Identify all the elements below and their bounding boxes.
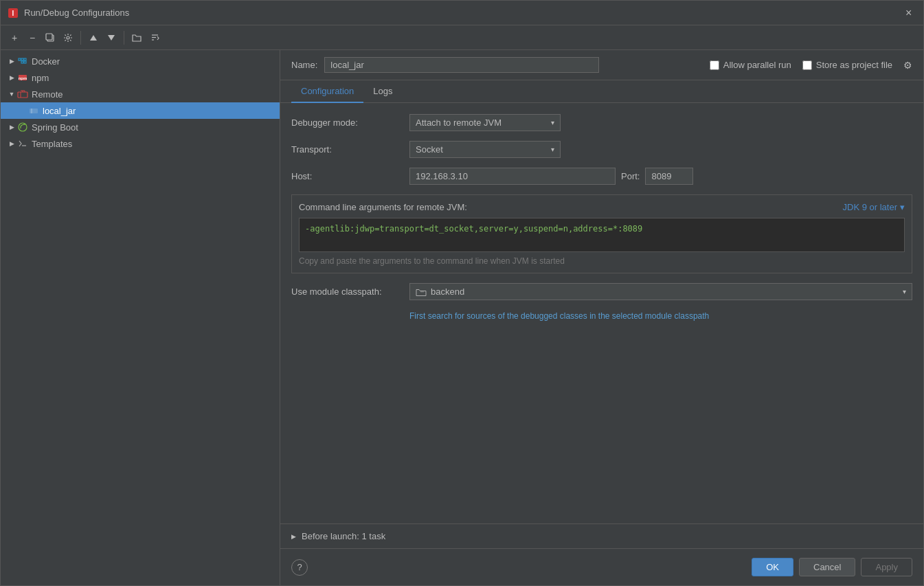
svg-rect-10 (21, 61, 23, 63)
module-value: backend (431, 286, 464, 297)
npm-arrow: ▶ (6, 72, 17, 83)
npm-icon: npm (17, 72, 28, 83)
transport-control: Socket ▾ (409, 141, 912, 158)
sidebar-item-npm[interactable]: ▶ npm npm (1, 69, 280, 86)
before-launch-section[interactable]: ▶ Before launch: 1 task (280, 523, 923, 548)
cmd-hint: Copy and paste the arguments to the comm… (299, 256, 905, 266)
module-hint: First search for sources of the debugged… (409, 310, 912, 322)
allow-parallel-label: Allow parallel run (723, 60, 791, 70)
dialog-title: Run/Debug Configurations (24, 8, 905, 18)
allow-parallel-group: Allow parallel run (710, 60, 791, 70)
tab-configuration[interactable]: Configuration (291, 80, 363, 103)
port-input[interactable] (645, 168, 693, 185)
store-settings-gear-icon[interactable]: ⚙ (903, 60, 912, 71)
module-classpath-row: Use module classpath: backend ▾ (291, 283, 912, 300)
remote-arrow: ▼ (6, 89, 17, 100)
sidebar: ▶ Docker ▶ n (1, 50, 280, 585)
jdk-link[interactable]: JDK 9 or later ▾ (843, 202, 905, 212)
sidebar-item-local-jar[interactable]: local_jar (1, 102, 280, 119)
toolbar-separator-2 (124, 31, 124, 45)
transport-value: Socket (416, 144, 443, 155)
add-button[interactable]: + (6, 30, 23, 46)
templates-label: Templates (32, 139, 72, 149)
move-up-button[interactable] (85, 30, 102, 46)
local-jar-icon (28, 105, 39, 116)
store-project-label: Store as project file (816, 60, 892, 70)
spring-boot-arrow: ▶ (6, 122, 17, 133)
spring-boot-label: Spring Boot (32, 122, 78, 133)
host-input[interactable] (409, 168, 616, 185)
debugger-mode-select[interactable]: Attach to remote JVM ▾ (409, 114, 561, 131)
store-project-group: Store as project file (802, 60, 892, 70)
allow-parallel-checkbox[interactable] (710, 60, 719, 70)
before-launch-label: Before launch: 1 task (302, 531, 385, 541)
close-button[interactable]: × (905, 8, 916, 19)
svg-rect-3 (46, 34, 52, 40)
spring-boot-icon (17, 122, 28, 133)
right-panel: Name: Allow parallel run Store as projec… (280, 50, 923, 585)
remote-label: Remote (32, 89, 63, 100)
module-classpath-select[interactable]: backend ▾ (409, 283, 912, 300)
folder-button[interactable] (128, 30, 145, 46)
bottom-bar: ? OK Cancel Apply (280, 548, 923, 585)
host-label: Host: (291, 171, 401, 181)
help-button[interactable]: ? (291, 559, 308, 576)
debugger-mode-arrow: ▾ (551, 119, 554, 126)
svg-rect-11 (24, 58, 26, 60)
sidebar-item-remote[interactable]: ▼ Remote (1, 86, 280, 102)
module-folder-icon (416, 287, 427, 297)
copy-button[interactable] (42, 30, 58, 46)
apply-button[interactable]: Apply (861, 558, 912, 576)
toolbar-separator-1 (80, 31, 81, 45)
tabs: Configuration Logs (280, 80, 923, 103)
ok-button[interactable]: OK (752, 558, 793, 576)
docker-icon (17, 56, 28, 67)
module-classpath-label: Use module classpath: (291, 286, 401, 297)
debugger-mode-value: Attach to remote JVM (416, 117, 502, 128)
sidebar-item-spring-boot[interactable]: ▶ Spring Boot (1, 119, 280, 135)
svg-point-23 (24, 124, 25, 125)
templates-arrow: ▶ (6, 138, 17, 149)
local-jar-arrow (17, 105, 28, 116)
name-input[interactable] (324, 57, 599, 73)
svg-text:I: I (12, 10, 14, 17)
svg-point-4 (67, 36, 69, 39)
sidebar-item-templates[interactable]: ▶ Templates (1, 135, 280, 152)
svg-rect-15 (18, 92, 27, 98)
debugger-mode-control: Attach to remote JVM ▾ (409, 114, 912, 131)
settings-config-button[interactable] (60, 30, 76, 46)
cancel-button[interactable]: Cancel (799, 558, 855, 576)
svg-rect-8 (19, 58, 21, 60)
main-content: ▶ Docker ▶ n (1, 50, 923, 585)
store-project-checkbox[interactable] (802, 60, 812, 70)
svg-rect-9 (21, 58, 23, 60)
module-select-arrow: ▾ (903, 288, 906, 295)
transport-select[interactable]: Socket ▾ (409, 141, 561, 158)
cmd-header: Command line arguments for remote JVM: J… (299, 202, 905, 212)
toolbar: + − (1, 25, 923, 50)
config-panel: Debugger mode: Attach to remote JVM ▾ Tr… (280, 103, 923, 523)
debugger-mode-label: Debugger mode: (291, 117, 401, 128)
transport-label: Transport: (291, 144, 401, 155)
templates-icon (17, 138, 28, 149)
docker-arrow: ▶ (6, 56, 17, 67)
title-bar: I Run/Debug Configurations × (1, 1, 923, 25)
port-label: Port: (621, 171, 640, 181)
debugger-mode-row: Debugger mode: Attach to remote JVM ▾ (291, 114, 912, 131)
svg-text:npm: npm (19, 76, 27, 80)
sidebar-item-docker[interactable]: ▶ Docker (1, 53, 280, 69)
docker-label: Docker (32, 56, 60, 67)
cmd-args-title: Command line arguments for remote JVM: (299, 202, 467, 212)
npm-label: npm (32, 73, 49, 83)
svg-rect-12 (24, 61, 26, 63)
remote-icon (17, 89, 28, 100)
name-label: Name: (291, 60, 317, 70)
remove-button[interactable]: − (24, 30, 41, 46)
tab-logs[interactable]: Logs (363, 80, 402, 103)
sort-button[interactable] (146, 30, 163, 46)
cmd-text-display: -agentlib:jdwp=transport=dt_socket,serve… (299, 218, 905, 252)
svg-rect-25 (420, 291, 424, 292)
move-down-button[interactable] (103, 30, 120, 46)
run-debug-dialog: I Run/Debug Configurations × + − (0, 0, 924, 586)
transport-row: Transport: Socket ▾ (291, 141, 912, 158)
